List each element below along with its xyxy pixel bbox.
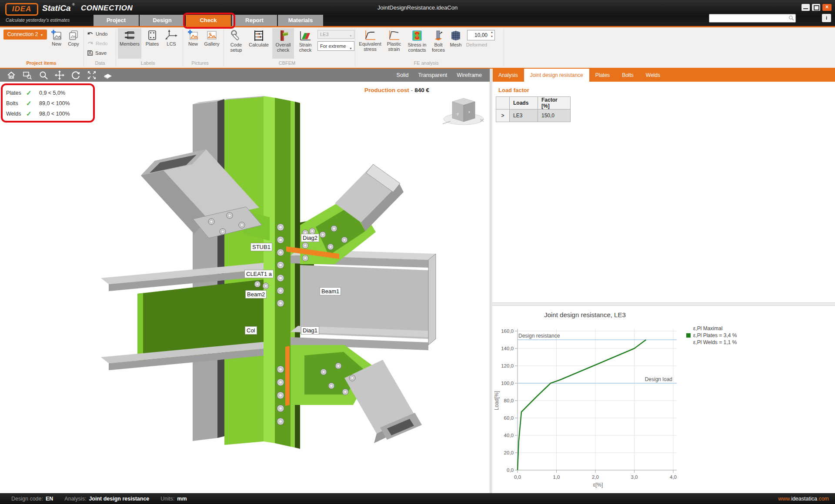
svg-text:2,0: 2,0 [592,474,599,480]
section-divider[interactable] [492,302,835,306]
svg-text:60,0: 60,0 [504,415,514,421]
chevron-down-icon: ▼ [349,44,352,53]
part-label-col[interactable]: Col [245,326,257,335]
mesh-toggle[interactable]: Mesh [448,28,464,59]
tab-report[interactable]: Report [232,15,277,26]
ribbon-separator [355,29,355,66]
tab-plates[interactable]: Plates [589,69,616,82]
bolt-forces-icon [432,30,444,42]
new-picture-button[interactable]: New [185,28,201,59]
load-factor-table: Loads Factor [%] > LE3 150,0 [496,96,571,122]
copy-button[interactable]: Copy [65,28,82,59]
results-tab-strip: Analysis Joint design resistance Plates … [492,69,835,82]
svg-text:4,0: 4,0 [670,474,677,480]
copy-icon [68,30,79,41]
tab-analysis[interactable]: Analysis [492,69,524,82]
model-canvas[interactable]: -y x Plates ✓ 0,9 < 5,0% Bolts ✓ 89,0 < … [0,82,490,493]
plastic-strain-toggle[interactable]: Plastic strain [384,28,404,59]
tab-bolts[interactable]: Bolts [616,69,640,82]
part-label-diag1[interactable]: Diag1 [301,326,319,335]
stress-in-contacts-icon [411,30,423,42]
maximize-icon [814,5,819,10]
svg-text:40,0: 40,0 [504,433,514,438]
undo-button[interactable]: Undo [87,30,115,38]
tab-design[interactable]: Design [140,15,185,26]
save-button[interactable]: Save [87,49,115,57]
tab-joint-design-resistance[interactable]: Joint design resistance [524,69,589,82]
home-view-icon[interactable] [7,70,16,80]
tab-project[interactable]: Project [94,15,139,26]
ribbon: Connection 2▼ New Copy Project items Und… [0,27,835,69]
pan-icon[interactable] [55,70,64,80]
deformed-scale-spinner[interactable]: 10,00 ▲ ▼ [467,30,495,40]
zoom-window-icon[interactable] [23,70,32,80]
annotation-ring-check-tab [183,13,235,29]
3d-viewport[interactable]: -y x [0,82,490,493]
search-box[interactable] [709,14,796,23]
group-label-fe-analysis: FE analysis [391,60,461,66]
extreme-select[interactable]: For extreme▼ [317,41,354,51]
equivalent-stress-toggle[interactable]: Equivalent stress [357,28,383,59]
stress-in-contacts-toggle[interactable]: Stress in contacts [405,28,429,59]
minimize-button[interactable] [802,4,810,11]
new-item-icon [51,30,62,41]
tab-welds[interactable]: Welds [640,69,666,82]
load-factor-title: Load factor [498,87,529,93]
svg-text:80,0: 80,0 [504,398,514,403]
members-icon [123,30,136,41]
svg-text:ε,Pl Maximal: ε,Pl Maximal [693,325,722,332]
part-label-cleat1[interactable]: CLEAT1 a [244,270,274,278]
bolt-forces-toggle[interactable]: Bolt forces [430,28,447,59]
overall-check-toggle[interactable]: Overall check [272,28,294,59]
tab-materials[interactable]: Materials [278,15,323,26]
plates-icon [147,30,158,41]
redo-button[interactable]: Redo [87,39,115,48]
close-button[interactable]: × [822,4,832,11]
results-panel: Load factor Loads Factor [%] > LE3 150,0… [492,82,835,493]
group-label-project-items: Project items [13,60,70,66]
code-setup-button[interactable]: Code setup [226,28,246,59]
table-row[interactable]: > LE3 150,0 [496,109,571,122]
part-label-beam2[interactable]: Beam2 [245,290,267,298]
spinner-up-icon[interactable]: ▲ [491,31,493,33]
group-label-pictures: Pictures [178,60,222,66]
search-input[interactable] [711,15,786,22]
svg-text:Design load: Design load [645,376,672,382]
members-toggle[interactable]: Members [118,28,141,59]
chevron-down-icon: ▼ [40,33,43,36]
svg-text:3,0: 3,0 [631,474,638,480]
code-setup-icon [230,30,242,42]
app-window: IDEA StatiCa ® Calculate yesterday's est… [0,0,835,504]
view-mode-wireframe[interactable]: Wireframe [457,72,482,78]
connection-selector[interactable]: Connection 2▼ [3,30,47,40]
zoom-fit-icon[interactable] [87,70,97,80]
plates-toggle[interactable]: Plates [143,28,161,59]
title-bar: IDEA StatiCa ® Calculate yesterday's est… [0,0,835,26]
lcs-toggle[interactable]: LCS [163,28,180,59]
annotation-ring-checks [1,83,95,123]
info-button[interactable]: i [822,14,831,22]
new-project-item-button[interactable]: New [49,28,64,59]
part-label-diag2[interactable]: Diag2 [301,234,319,242]
load-case-select[interactable]: LE3▼ [317,30,354,39]
gallery-button[interactable]: Gallery [202,28,222,59]
rotate-icon[interactable] [71,70,80,80]
part-label-stub1[interactable]: STUB1 [250,243,272,251]
row-selector-icon[interactable]: > [496,109,510,122]
navigation-cube[interactable]: -y x [443,98,484,125]
design-code-value: EN [46,496,53,502]
spinner-down-icon[interactable]: ▼ [491,35,493,38]
maximize-button[interactable] [812,4,820,11]
cube-axis-x: x [468,110,470,114]
part-label-beam1[interactable]: Beam1 [320,287,341,295]
joint-design-resistance-chart: 0,020,040,060,080,0100,0120,0140,0160,00… [492,306,835,493]
calculate-button[interactable]: Calculate [247,28,271,59]
app-name: CONNECTION [81,4,133,13]
clipping-plane-icon[interactable] [103,70,113,80]
production-cost: Production cost-840 € [364,87,429,93]
view-mode-solid[interactable]: Solid [397,72,409,78]
strain-check-toggle[interactable]: Strain check [296,28,315,59]
zoom-icon[interactable] [39,70,48,80]
website-link[interactable]: www.ideastatica.com [778,496,829,502]
view-mode-transparent[interactable]: Transparent [418,72,447,78]
